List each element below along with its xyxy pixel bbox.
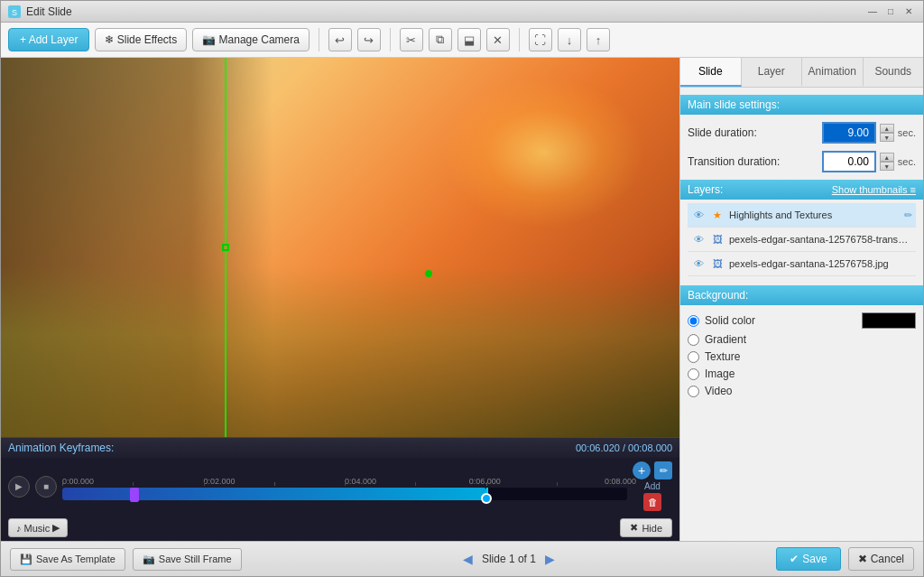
cut-button[interactable]: ✂ xyxy=(400,28,423,51)
tab-slide[interactable]: Slide xyxy=(680,58,742,87)
transition-duration-spinner: ▲ ▼ xyxy=(880,153,894,171)
layer-0-eye-icon[interactable]: 👁 xyxy=(691,208,706,222)
keyframe-dot-2[interactable] xyxy=(425,270,432,277)
move-up-button[interactable]: ↑ xyxy=(587,28,610,51)
timeline-ruler: 0:00.000 0:02.000 0:04.000 0:06.000 0:08… xyxy=(62,473,627,486)
music-chevron-icon: ▶ xyxy=(52,522,60,534)
slide-effects-button[interactable]: ❄ Slide Effects xyxy=(95,28,187,51)
manage-camera-button[interactable]: 📷 Manage Camera xyxy=(192,28,310,51)
timeline-track[interactable]: 0:00.000 0:02.000 0:04.000 0:06.000 0:08… xyxy=(62,473,627,500)
slide-duration-label: Slide duration: xyxy=(688,126,822,139)
bg-texture-radio[interactable] xyxy=(688,351,699,363)
bg-video-label: Video xyxy=(705,385,916,397)
save-template-icon: 💾 xyxy=(20,554,32,565)
timeline-thumb-start[interactable] xyxy=(130,488,139,502)
close-button[interactable]: ✕ xyxy=(901,5,916,19)
slide-duration-down[interactable]: ▼ xyxy=(880,133,894,142)
move-down-button[interactable]: ↓ xyxy=(558,28,581,51)
toolbar-separator-3 xyxy=(519,28,520,51)
pencil-keyframe-button[interactable]: ✏ xyxy=(654,461,672,479)
save-as-template-button[interactable]: 💾 Save As Template xyxy=(10,548,125,571)
layers-list: 👁 ★ Highlights and Textures ✏ 👁 🖼 pexels… xyxy=(688,203,916,276)
timeline-time-display: 00:06.020 / 00:08.000 xyxy=(576,442,672,453)
slide-nav-text: Slide 1 of 1 xyxy=(482,553,536,565)
toolbar-separator-1 xyxy=(319,28,319,51)
timeline-add-row: + ✏ xyxy=(633,461,672,479)
undo-button[interactable]: ↩ xyxy=(328,28,352,51)
delete-button[interactable]: ✕ xyxy=(486,28,510,51)
save-button[interactable]: ✔ Save xyxy=(776,547,840,571)
layers-section-header: Layers: Show thumbnails ≡ xyxy=(680,180,923,200)
bottom-bar: 💾 Save As Template 📷 Save Still Frame ◀ … xyxy=(1,541,923,576)
bg-gradient-label: Gradient xyxy=(705,333,916,346)
copy-icon: ⧉ xyxy=(436,33,444,47)
music-button[interactable]: ♪ Music ▶ xyxy=(8,518,68,537)
title-bar-text: Edit Slide xyxy=(26,5,865,18)
layers-label: Layers: xyxy=(688,183,723,196)
transition-duration-input-group: ▲ ▼ sec. xyxy=(822,151,916,172)
timeline-bottom: ♪ Music ▶ ✖ Hide xyxy=(1,515,679,541)
bg-video-row: Video xyxy=(688,385,916,397)
cancel-button[interactable]: ✖ Cancel xyxy=(848,547,914,571)
keyframe-dot-1[interactable] xyxy=(222,244,229,251)
transition-duration-down[interactable]: ▼ xyxy=(880,162,894,171)
layer-2-eye-icon[interactable]: 👁 xyxy=(691,256,706,271)
right-panel: Slide Layer Animation Sounds Main slide … xyxy=(679,58,923,541)
music-label: Music xyxy=(24,523,51,534)
tab-sounds[interactable]: Sounds xyxy=(864,58,924,87)
show-thumbnails-link[interactable]: Show thumbnails ≡ xyxy=(832,184,916,195)
move-down-icon: ↓ xyxy=(567,33,573,47)
bg-texture-row: Texture xyxy=(688,350,916,363)
maximize-button[interactable]: □ xyxy=(883,5,898,19)
paste-button[interactable]: ⬓ xyxy=(457,28,481,51)
move-up-icon: ↑ xyxy=(596,33,602,47)
timeline-fill xyxy=(62,488,486,500)
prev-slide-button[interactable]: ◀ xyxy=(463,552,473,566)
transition-duration-up[interactable]: ▲ xyxy=(880,153,894,162)
layer-2-type-icon: 🖼 xyxy=(709,256,725,272)
layer-item-2[interactable]: 👁 🖼 pexels-edgar-santana-12576758.jpg xyxy=(688,252,916,276)
transition-duration-input[interactable] xyxy=(822,151,876,172)
timeline-thumb-end[interactable] xyxy=(481,493,492,504)
timeline-bar[interactable] xyxy=(62,488,627,500)
main-window: S Edit Slide — □ ✕ + Add Layer ❄ Slide E… xyxy=(0,0,924,577)
hide-button[interactable]: ✖ Hide xyxy=(620,518,672,537)
cut-icon: ✂ xyxy=(406,33,416,47)
transition-duration-row: Transition duration: ▲ ▼ sec. xyxy=(688,151,916,172)
canvas-area: Animation Keyframes: 00:06.020 / 00:08.0… xyxy=(1,58,679,541)
play-button[interactable]: ▶ xyxy=(8,476,30,498)
tab-layer[interactable]: Layer xyxy=(742,58,803,87)
transition-duration-unit: sec. xyxy=(898,156,916,167)
canvas-background xyxy=(1,58,679,437)
delete-keyframe-button[interactable]: 🗑 xyxy=(643,493,661,511)
stop-button[interactable]: ■ xyxy=(35,476,57,498)
bg-color-picker[interactable] xyxy=(862,312,916,329)
fit-button[interactable]: ⛶ xyxy=(529,28,552,51)
bg-solid-label: Solid color xyxy=(705,314,856,327)
slide-duration-unit: sec. xyxy=(898,127,916,138)
slide-duration-input-group: ▲ ▼ sec. xyxy=(822,122,916,144)
toolbar-separator-2 xyxy=(390,28,391,51)
layer-1-eye-icon[interactable]: 👁 xyxy=(691,232,706,247)
minimize-button[interactable]: — xyxy=(865,5,880,19)
redo-button[interactable]: ↪ xyxy=(357,28,381,51)
slide-duration-up[interactable]: ▲ xyxy=(880,124,894,133)
bg-solid-radio[interactable] xyxy=(688,315,699,327)
save-still-frame-button[interactable]: 📷 Save Still Frame xyxy=(133,548,242,571)
bg-image-radio[interactable] xyxy=(688,368,699,380)
bg-solid-color-row: Solid color xyxy=(688,312,916,329)
layer-item-1[interactable]: 👁 🖼 pexels-edgar-santana-12576758-transp… xyxy=(688,228,916,252)
slide-duration-input[interactable] xyxy=(822,122,876,144)
bg-gradient-radio[interactable] xyxy=(688,334,699,346)
canvas[interactable] xyxy=(1,58,679,437)
next-slide-button[interactable]: ▶ xyxy=(545,552,555,566)
bg-gradient-row: Gradient xyxy=(688,333,916,346)
add-layer-button[interactable]: + Add Layer xyxy=(8,28,89,51)
tab-animation[interactable]: Animation xyxy=(802,58,864,87)
save-template-label: Save As Template xyxy=(36,554,116,564)
layer-item-0[interactable]: 👁 ★ Highlights and Textures ✏ xyxy=(688,203,916,228)
layer-0-edit-icon[interactable]: ✏ xyxy=(904,209,912,221)
copy-button[interactable]: ⧉ xyxy=(429,28,452,51)
title-bar: S Edit Slide — □ ✕ xyxy=(1,1,923,23)
bg-video-radio[interactable] xyxy=(688,386,699,397)
